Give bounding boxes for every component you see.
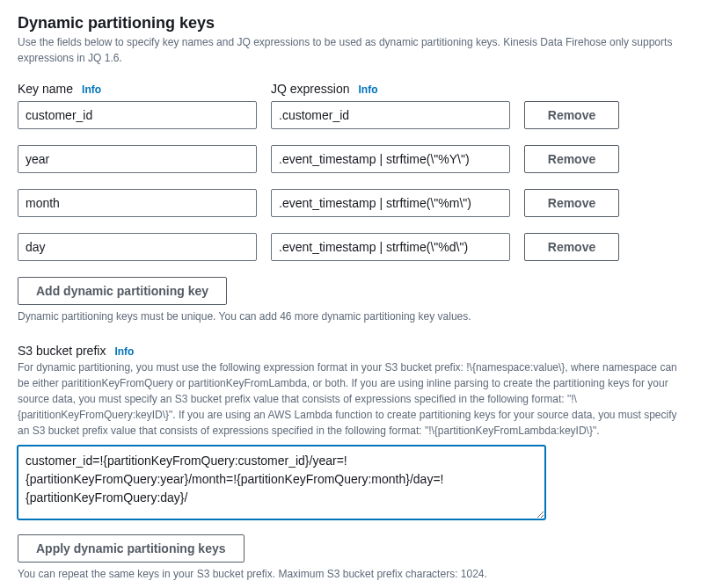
partition-key-row: Remove bbox=[18, 101, 690, 129]
remove-button[interactable]: Remove bbox=[524, 233, 619, 261]
section-description: Use the fields below to specify key name… bbox=[18, 34, 690, 66]
jq-label: JQ expression bbox=[271, 82, 349, 96]
jq-expression-input[interactable] bbox=[271, 189, 510, 217]
remove-button[interactable]: Remove bbox=[524, 101, 619, 129]
section-title: Dynamic partitioning keys bbox=[18, 14, 690, 33]
jq-expression-input[interactable] bbox=[271, 233, 510, 261]
dynamic-partitioning-section: Dynamic partitioning keys Use the fields… bbox=[18, 14, 690, 580]
s3-prefix-description: For dynamic partitioning, you must use t… bbox=[18, 359, 690, 439]
key-name-input[interactable] bbox=[18, 233, 257, 261]
remove-button[interactable]: Remove bbox=[524, 189, 619, 217]
key-name-info-link[interactable]: Info bbox=[82, 83, 101, 96]
partition-key-row: Remove bbox=[18, 145, 690, 173]
key-name-label: Key name bbox=[18, 82, 73, 96]
key-name-input[interactable] bbox=[18, 145, 257, 173]
add-partition-key-button[interactable]: Add dynamic partitioning key bbox=[18, 277, 227, 305]
partition-key-row: Remove bbox=[18, 233, 690, 261]
s3-prefix-title: S3 bucket prefix bbox=[18, 344, 106, 358]
key-name-input[interactable] bbox=[18, 101, 257, 129]
jq-info-link[interactable]: Info bbox=[358, 83, 377, 96]
partition-key-row: Remove bbox=[18, 189, 690, 217]
columns-header: Key name Info JQ expression Info bbox=[18, 82, 690, 96]
repeat-hint: You can repeat the same keys in your S3 … bbox=[18, 568, 690, 580]
s3-prefix-info-link[interactable]: Info bbox=[114, 345, 134, 358]
s3-prefix-header: S3 bucket prefix Info bbox=[18, 344, 690, 358]
remove-button[interactable]: Remove bbox=[524, 145, 619, 173]
apply-partition-keys-button[interactable]: Apply dynamic partitioning keys bbox=[18, 534, 245, 563]
s3-prefix-input[interactable] bbox=[18, 446, 545, 519]
jq-expression-input[interactable] bbox=[271, 145, 510, 173]
jq-expression-input[interactable] bbox=[271, 101, 510, 129]
jq-column-header: JQ expression Info bbox=[271, 82, 510, 96]
key-name-column-header: Key name Info bbox=[18, 82, 257, 96]
key-name-input[interactable] bbox=[18, 189, 257, 217]
uniqueness-hint: Dynamic partitioning keys must be unique… bbox=[18, 310, 690, 323]
